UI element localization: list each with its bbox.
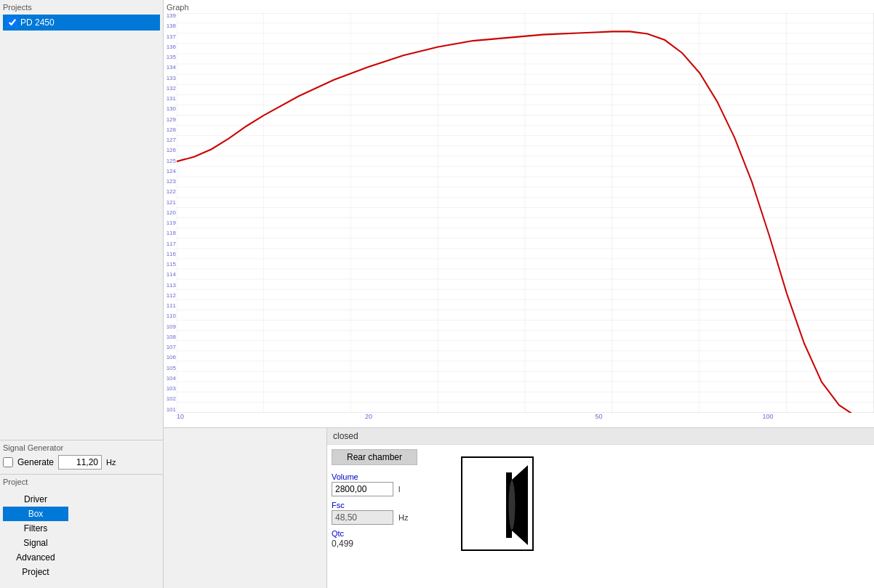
generate-label: Generate — [17, 457, 54, 467]
y-tick-134: 134 — [167, 65, 177, 71]
speaker-svg — [462, 458, 534, 551]
bottom-panel: closed Rear chamber Volume l — [164, 428, 874, 588]
nav-box[interactable]: Box — [3, 507, 68, 521]
y-tick-104: 104 — [167, 376, 177, 382]
nav-signal[interactable]: Signal — [3, 536, 68, 550]
y-tick-137: 137 — [167, 34, 177, 40]
nav-buttons: Driver Box Filters Signal Advanced Proje… — [0, 491, 163, 581]
generate-checkbox[interactable] — [3, 457, 13, 467]
box-params: Rear chamber Volume l Fsc — [332, 449, 417, 584]
y-tick-131: 131 — [167, 96, 177, 102]
box-type-bar: closed — [327, 428, 874, 445]
qtc-param: Qtc 0,499 — [332, 529, 417, 549]
project-checkbox[interactable] — [7, 17, 17, 28]
y-tick-112: 112 — [167, 293, 177, 299]
y-tick-128: 128 — [167, 127, 177, 133]
projects-section: Projects PD 2450 — [0, 0, 163, 33]
y-tick-120: 120 — [167, 210, 177, 216]
y-tick-115: 115 — [167, 262, 177, 267]
y-tick-114: 114 — [167, 272, 177, 278]
bottom-left — [164, 428, 327, 588]
bottom-right: closed Rear chamber Volume l — [327, 428, 874, 588]
graph-canvas — [177, 13, 874, 413]
projects-label: Projects — [3, 3, 160, 12]
project-item: PD 2450 — [3, 15, 160, 31]
y-tick-109: 109 — [167, 324, 177, 330]
y-tick-136: 136 — [167, 44, 177, 50]
y-tick-118: 118 — [167, 230, 177, 236]
graph-label: Graph — [167, 3, 189, 12]
y-tick-126: 126 — [167, 148, 177, 153]
fsc-row: Hz — [332, 510, 417, 525]
y-tick-108: 108 — [167, 334, 177, 340]
y-tick-133: 133 — [167, 76, 177, 81]
x-axis: 10 20 50 100 — [177, 413, 874, 427]
project-name: PD 2450 — [20, 17, 55, 28]
y-tick-101: 101 — [167, 407, 177, 413]
volume-unit: l — [398, 485, 400, 494]
y-tick-119: 119 — [167, 220, 177, 226]
x-tick-10: 10 — [177, 413, 184, 420]
right-area: Graph 1391381371361351341331321311301291… — [164, 0, 874, 588]
y-tick-130: 130 — [167, 106, 177, 112]
y-tick-122: 122 — [167, 189, 177, 195]
nav-filters[interactable]: Filters — [3, 521, 68, 536]
project-section: Project — [0, 474, 163, 491]
y-tick-116: 116 — [167, 251, 177, 257]
signal-gen-row: Generate Hz — [3, 455, 160, 470]
y-tick-129: 129 — [167, 117, 177, 123]
svg-rect-4 — [177, 13, 874, 413]
y-tick-121: 121 — [167, 200, 177, 206]
y-axis: 1391381371361351341331321311301291281271… — [164, 13, 177, 413]
frequency-input[interactable] — [58, 455, 102, 470]
rear-chamber-button[interactable]: Rear chamber — [332, 449, 417, 465]
qtc-label: Qtc — [332, 529, 417, 538]
fsc-label: Fsc — [332, 501, 417, 510]
nav-project[interactable]: Project — [3, 565, 68, 579]
y-tick-106: 106 — [167, 355, 177, 361]
qtc-value: 0,499 — [332, 539, 417, 549]
y-tick-103: 103 — [167, 386, 177, 392]
x-tick-100: 100 — [763, 413, 774, 420]
y-tick-135: 135 — [167, 55, 177, 60]
x-tick-20: 20 — [365, 413, 372, 420]
box-content: Rear chamber Volume l Fsc — [327, 445, 874, 588]
speaker-diagram-container — [446, 456, 534, 584]
left-panel: Projects PD 2450 Signal Generator Genera… — [0, 0, 164, 588]
volume-param: Volume l — [332, 472, 417, 498]
signal-generator-label: Signal Generator — [3, 443, 160, 452]
fsc-unit: Hz — [398, 513, 408, 522]
y-tick-102: 102 — [167, 396, 177, 402]
y-tick-138: 138 — [167, 23, 177, 29]
fsc-param: Fsc Hz — [332, 501, 417, 526]
y-tick-117: 117 — [167, 241, 177, 247]
y-tick-105: 105 — [167, 366, 177, 371]
volume-label: Volume — [332, 472, 417, 481]
speaker-diagram — [461, 456, 534, 551]
y-tick-127: 127 — [167, 137, 177, 143]
y-tick-124: 124 — [167, 169, 177, 174]
y-tick-111: 111 — [167, 303, 177, 309]
graph-section: Graph 1391381371361351341331321311301291… — [164, 0, 874, 428]
graph-svg — [177, 13, 874, 413]
y-tick-125: 125 — [167, 158, 177, 164]
y-tick-132: 132 — [167, 86, 177, 92]
y-tick-107: 107 — [167, 345, 177, 350]
y-tick-123: 123 — [167, 179, 177, 185]
volume-row: l — [332, 482, 417, 496]
nav-advanced[interactable]: Advanced — [3, 550, 68, 565]
svg-point-7 — [508, 480, 516, 531]
freq-unit: Hz — [106, 458, 116, 467]
y-tick-110: 110 — [167, 313, 177, 319]
y-tick-113: 113 — [167, 283, 177, 289]
volume-input[interactable] — [332, 482, 393, 496]
signal-generator-section: Signal Generator Generate Hz — [0, 440, 163, 471]
x-tick-50: 50 — [595, 413, 602, 420]
fsc-input — [332, 510, 393, 525]
y-tick-139: 139 — [167, 13, 177, 19]
nav-driver[interactable]: Driver — [3, 492, 68, 507]
project-label: Project — [3, 478, 160, 486]
